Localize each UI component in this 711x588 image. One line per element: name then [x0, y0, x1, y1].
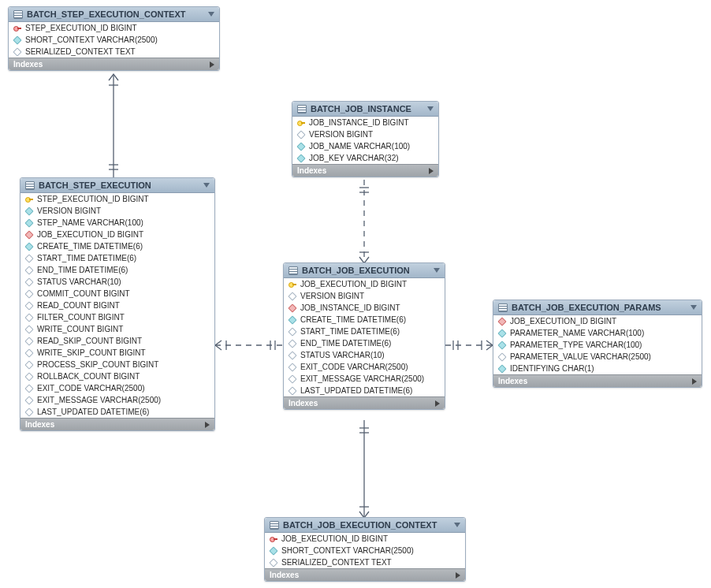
diamond-hollow-icon: [24, 408, 33, 416]
diamond-hollow-icon: [288, 386, 296, 395]
chevron-right-icon: [435, 400, 440, 407]
entity-batch-job-instance[interactable]: BATCH_JOB_INSTANCE JOB_INSTANCE_ID BIGIN…: [292, 101, 439, 177]
entity-batch-step-execution-context[interactable]: BATCH_STEP_EXECUTION_CONTEXT STEP_EXECUT…: [8, 6, 220, 71]
column-row: SERIALIZED_CONTEXT TEXT: [9, 46, 219, 58]
diamond-filled-icon: [24, 242, 33, 251]
column-row: START_TIME DATETIME(6): [20, 252, 214, 264]
diamond-filled-icon: [269, 546, 277, 555]
column-row: PARAMETER_TYPE VARCHAR(100): [493, 339, 702, 351]
chevron-right-icon: [429, 168, 434, 174]
entity-header[interactable]: BATCH_JOB_EXECUTION: [284, 263, 445, 278]
diamond-hollow-icon: [24, 337, 33, 345]
entity-footer[interactable]: Indexes: [9, 58, 219, 70]
chevron-down-icon[interactable]: [208, 12, 214, 17]
entity-title: BATCH_JOB_INSTANCE: [311, 104, 423, 114]
entity-header[interactable]: BATCH_STEP_EXECUTION: [20, 178, 214, 193]
entity-footer[interactable]: Indexes: [20, 418, 214, 430]
diamond-hollow-icon: [24, 372, 33, 381]
entity-batch-job-execution-params[interactable]: BATCH_JOB_EXECUTION_PARAMS JOB_EXECUTION…: [493, 300, 702, 388]
column-row: LAST_UPDATED DATETIME(6): [284, 385, 445, 396]
column-row: STATUS VARCHAR(10): [284, 349, 445, 361]
column-row: JOB_INSTANCE_ID BIGINT: [292, 117, 438, 128]
entity-header[interactable]: BATCH_JOB_EXECUTION_PARAMS: [493, 300, 702, 315]
diamond-hollow-icon: [497, 352, 506, 361]
diamond-hollow-icon: [24, 313, 33, 322]
diamond-hollow-icon: [288, 363, 296, 371]
entity-header[interactable]: BATCH_JOB_EXECUTION_CONTEXT: [265, 518, 465, 533]
column-row: SHORT_CONTEXT VARCHAR(2500): [265, 545, 465, 556]
chevron-down-icon[interactable]: [427, 106, 434, 111]
column-row: STEP_NAME VARCHAR(100): [20, 217, 214, 229]
column-row: READ_COUNT BIGINT: [20, 300, 214, 311]
column-row: PROCESS_SKIP_COUNT BIGINT: [20, 359, 214, 370]
column-row: CREATE_TIME DATETIME(6): [20, 240, 214, 252]
column-row: JOB_INSTANCE_ID BIGINT: [284, 302, 445, 314]
diamond-hollow-icon: [296, 130, 305, 139]
entity-columns: JOB_EXECUTION_ID BIGINT PARAMETER_NAME V…: [493, 315, 702, 374]
indexes-label: Indexes: [297, 166, 326, 175]
key-icon: [270, 535, 277, 543]
diamond-hollow-icon: [24, 266, 33, 274]
column-row: EXIT_MESSAGE VARCHAR(2500): [20, 394, 214, 406]
entity-columns: STEP_EXECUTION_ID BIGINT SHORT_CONTEXT V…: [9, 22, 219, 58]
chevron-down-icon[interactable]: [434, 268, 440, 273]
entity-footer[interactable]: Indexes: [265, 568, 465, 581]
column-row: JOB_EXECUTION_ID BIGINT: [493, 315, 702, 327]
diamond-filled-icon: [497, 341, 506, 349]
chevron-down-icon[interactable]: [691, 305, 697, 310]
chevron-down-icon[interactable]: [203, 183, 210, 188]
entity-columns: JOB_EXECUTION_ID BIGINT SHORT_CONTEXT VA…: [265, 533, 465, 568]
foreign-key-icon: [24, 230, 33, 239]
table-icon: [270, 521, 279, 530]
entity-batch-step-execution[interactable]: BATCH_STEP_EXECUTION STEP_EXECUTION_ID B…: [20, 177, 215, 431]
column-row: END_TIME DATETIME(6): [20, 264, 214, 276]
entity-header[interactable]: BATCH_STEP_EXECUTION_CONTEXT: [9, 7, 219, 22]
foreign-key-icon: [497, 317, 506, 326]
column-row: JOB_EXECUTION_ID BIGINT: [20, 229, 214, 240]
chevron-down-icon[interactable]: [454, 523, 460, 527]
entity-footer[interactable]: Indexes: [292, 164, 438, 177]
column-row: WRITE_SKIP_COUNT BIGINT: [20, 347, 214, 359]
diamond-filled-icon: [24, 207, 33, 215]
column-row: PARAMETER_NAME VARCHAR(100): [493, 327, 702, 339]
column-row: EXIT_MESSAGE VARCHAR(2500): [284, 373, 445, 385]
column-row: IDENTIFYING CHAR(1): [493, 363, 702, 374]
diamond-hollow-icon: [24, 360, 33, 369]
primary-key-icon: [297, 119, 305, 127]
chevron-right-icon: [456, 572, 460, 579]
diamond-filled-icon: [497, 364, 506, 373]
column-row: EXIT_CODE VARCHAR(2500): [284, 361, 445, 373]
diamond-hollow-icon: [269, 558, 277, 567]
diamond-hollow-icon: [24, 254, 33, 262]
indexes-label: Indexes: [288, 399, 318, 408]
entity-columns: JOB_EXECUTION_ID BIGINT VERSION BIGINT J…: [284, 278, 445, 396]
indexes-label: Indexes: [25, 420, 54, 429]
column-row: VERSION BIGINT: [20, 205, 214, 217]
entity-footer[interactable]: Indexes: [493, 374, 702, 387]
column-row: WRITE_COUNT BIGINT: [20, 323, 214, 335]
diamond-hollow-icon: [288, 339, 296, 348]
table-icon: [13, 10, 23, 19]
column-row: JOB_KEY VARCHAR(32): [292, 152, 438, 164]
diamond-hollow-icon: [24, 396, 33, 404]
column-row: JOB_EXECUTION_ID BIGINT: [284, 278, 445, 290]
entity-title: BATCH_STEP_EXECUTION: [39, 180, 199, 190]
diamond-hollow-icon: [288, 374, 296, 383]
entity-batch-job-execution[interactable]: BATCH_JOB_EXECUTION JOB_EXECUTION_ID BIG…: [283, 262, 445, 410]
column-row: PARAMETER_VALUE VARCHAR(2500): [493, 351, 702, 363]
diamond-filled-icon: [13, 35, 21, 44]
entity-columns: STEP_EXECUTION_ID BIGINT VERSION BIGINT …: [20, 193, 214, 418]
diamond-hollow-icon: [288, 327, 296, 336]
indexes-label: Indexes: [270, 571, 299, 579]
column-row: END_TIME DATETIME(6): [284, 337, 445, 349]
entity-header[interactable]: BATCH_JOB_INSTANCE: [292, 102, 438, 117]
column-row: VERSION BIGINT: [292, 128, 438, 140]
diamond-hollow-icon: [24, 277, 33, 286]
column-row: JOB_NAME VARCHAR(100): [292, 140, 438, 152]
entity-batch-job-execution-context[interactable]: BATCH_JOB_EXECUTION_CONTEXT JOB_EXECUTIO…: [264, 517, 466, 582]
column-row: EXIT_CODE VARCHAR(2500): [20, 382, 214, 394]
diamond-filled-icon: [497, 329, 506, 337]
column-row: FILTER_COUNT BIGINT: [20, 311, 214, 323]
entity-footer[interactable]: Indexes: [284, 396, 445, 409]
column-row: SHORT_CONTEXT VARCHAR(2500): [9, 34, 219, 46]
